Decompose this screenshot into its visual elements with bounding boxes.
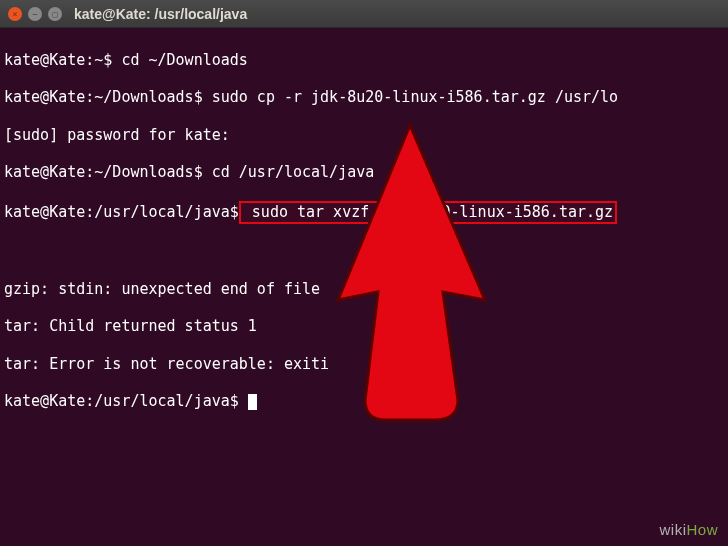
terminal-line: kate@Kate:~/Downloads$ cd /usr/local/jav… [4,163,724,182]
terminal-line: kate@Kate:/usr/local/java$ sudo tar xvzf… [4,201,724,224]
watermark: wikiHow [659,521,718,538]
close-button[interactable]: × [8,7,22,21]
titlebar: × − ▢ kate@Kate: /usr/local/java [0,0,728,28]
window-controls: × − ▢ [8,7,62,21]
terminal-line: tar: Child returned status 1 [4,317,724,336]
output-text: [sudo] password for kate: [4,126,230,144]
command-text [239,392,248,410]
prompt: kate@Kate:~$ [4,51,112,69]
minimize-button[interactable]: − [28,7,42,21]
watermark-how: How [686,521,718,538]
terminal-line: gzip: stdin: unexpected end of file [4,280,724,299]
maximize-button[interactable]: ▢ [48,7,62,21]
terminal-line: kate@Kate:~$ cd ~/Downloads [4,51,724,70]
terminal-body[interactable]: kate@Kate:~$ cd ~/Downloads kate@Kate:~/… [0,28,728,434]
prompt: kate@Kate:~/Downloads$ [4,163,203,181]
terminal-line: kate@Kate:~/Downloads$ sudo cp -r jdk-8u… [4,88,724,107]
command-text: cd ~/Downloads [112,51,247,69]
window-title: kate@Kate: /usr/local/java [74,6,247,22]
output-text: gzip: stdin: unexpected end of file [4,280,320,298]
cursor-icon [248,394,257,410]
command-text: sudo tar xvzf jdk-8u20-linux-i586.tar.gz [243,203,613,221]
prompt: kate@Kate:~/Downloads$ [4,88,203,106]
terminal-line: [sudo] password for kate: [4,126,724,145]
terminal-line [4,242,724,261]
command-text: cd /usr/local/java [203,163,375,181]
output-text: tar: Child returned status 1 [4,317,257,335]
prompt: kate@Kate:/usr/local/java$ [4,392,239,410]
prompt: kate@Kate:/usr/local/java$ [4,203,239,221]
highlighted-command: sudo tar xvzf jdk-8u20-linux-i586.tar.gz [239,201,617,224]
output-text: tar: Error is not recoverable: exiti [4,355,329,373]
command-text: sudo cp -r jdk-8u20-linux-i586.tar.gz /u… [203,88,618,106]
terminal-line: kate@Kate:/usr/local/java$ [4,392,724,411]
watermark-wiki: wiki [659,521,686,538]
terminal-line: tar: Error is not recoverable: exiti [4,355,724,374]
